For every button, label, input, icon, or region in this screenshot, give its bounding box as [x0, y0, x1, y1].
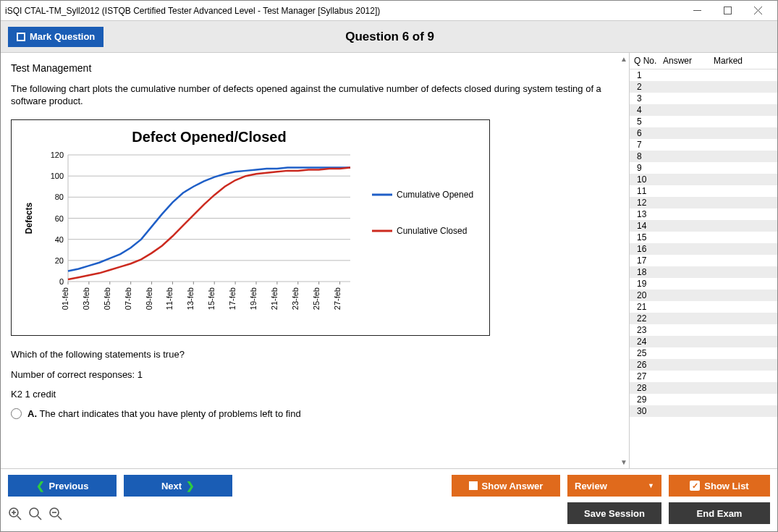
- col-marked: Marked: [714, 56, 773, 66]
- sidebar-row[interactable]: 27: [630, 371, 777, 382]
- sidebar-list[interactable]: 1234567891011121314151617181920212223242…: [630, 69, 777, 468]
- sidebar-row[interactable]: 5: [630, 116, 777, 127]
- sidebar-row[interactable]: 18: [630, 266, 777, 278]
- sidebar-row[interactable]: 29: [630, 394, 777, 405]
- show-answer-label: Show Answer: [482, 481, 544, 491]
- sidebar-row[interactable]: 21: [630, 301, 777, 313]
- sidebar-row[interactable]: 9: [630, 162, 777, 174]
- zoom-reset-icon[interactable]: [28, 507, 43, 521]
- next-button[interactable]: Next ❯: [124, 475, 232, 497]
- svg-line-58: [38, 516, 41, 520]
- sidebar-row[interactable]: 30: [630, 405, 777, 417]
- mark-question-label: Mark Question: [30, 31, 95, 42]
- minimize-button[interactable]: [682, 1, 712, 21]
- svg-text:25-feb: 25-feb: [312, 287, 321, 310]
- sidebar-row[interactable]: 8: [630, 151, 777, 162]
- sidebar-row[interactable]: 10: [630, 174, 777, 185]
- svg-text:20: 20: [55, 256, 64, 265]
- show-answer-button[interactable]: Show Answer: [452, 475, 560, 497]
- maximize-button[interactable]: [712, 1, 743, 21]
- svg-text:80: 80: [55, 193, 64, 201]
- num-correct-label: Number of correct responses: 1: [11, 368, 619, 381]
- col-qno: Q No.: [634, 56, 663, 66]
- svg-text:Defect Opened/Closed: Defect Opened/Closed: [132, 129, 286, 145]
- option-a-label: A. The chart indicates that you have ple…: [28, 408, 301, 419]
- svg-text:11-feb: 11-feb: [165, 287, 174, 310]
- zoom-out-icon[interactable]: [48, 507, 63, 521]
- review-label: Review: [575, 481, 607, 491]
- svg-text:03-feb: 03-feb: [82, 287, 90, 310]
- sidebar-row[interactable]: 26: [630, 359, 777, 371]
- sidebar-row[interactable]: 25: [630, 347, 777, 359]
- mark-question-button[interactable]: Mark Question: [8, 27, 103, 47]
- main-body: ▲ Test Management The following chart pl…: [1, 53, 777, 469]
- question-intro: The following chart plots the cumulative…: [11, 83, 619, 108]
- header: Mark Question Question 6 of 9: [1, 21, 777, 53]
- svg-text:15-feb: 15-feb: [207, 287, 216, 310]
- sidebar-row[interactable]: 24: [630, 336, 777, 347]
- svg-text:120: 120: [51, 151, 64, 159]
- sidebar-row[interactable]: 12: [630, 197, 777, 208]
- sidebar-row[interactable]: 22: [630, 313, 777, 324]
- question-content[interactable]: ▲ Test Management The following chart pl…: [1, 53, 629, 468]
- review-button[interactable]: Review ▼: [567, 475, 661, 497]
- option-a-radio[interactable]: [11, 408, 22, 419]
- svg-text:21-feb: 21-feb: [270, 287, 279, 310]
- save-session-button[interactable]: Save Session: [567, 502, 661, 524]
- end-exam-button[interactable]: End Exam: [669, 502, 770, 524]
- square-icon: [469, 481, 478, 490]
- svg-text:0: 0: [59, 277, 64, 286]
- save-session-label: Save Session: [584, 508, 645, 519]
- sidebar-row[interactable]: 4: [630, 104, 777, 116]
- show-list-label: Show List: [704, 481, 748, 491]
- sidebar-row[interactable]: 15: [630, 232, 777, 243]
- credit-label: K2 1 credit: [11, 388, 619, 401]
- sidebar-row[interactable]: 1: [630, 69, 777, 81]
- sidebar-row[interactable]: 17: [630, 255, 777, 266]
- end-exam-label: End Exam: [697, 508, 743, 519]
- scroll-down-arrow-icon[interactable]: ▼: [620, 458, 627, 466]
- sidebar-row[interactable]: 14: [630, 220, 777, 232]
- sidebar-row[interactable]: 3: [630, 93, 777, 104]
- sidebar-row[interactable]: 28: [630, 382, 777, 394]
- svg-text:60: 60: [55, 214, 64, 222]
- sidebar-row[interactable]: 16: [630, 243, 777, 255]
- question-list-sidebar: Q No. Answer Marked 12345678910111213141…: [629, 53, 777, 468]
- caret-down-icon: ▼: [648, 482, 654, 489]
- sidebar-row[interactable]: 2: [630, 81, 777, 93]
- zoom-in-icon[interactable]: [8, 507, 22, 521]
- chevron-left-icon: ❮: [36, 480, 45, 491]
- titlebar: iSQI CTAL-TM_Syll2012 (ISTQB Certified T…: [1, 1, 777, 21]
- sidebar-row[interactable]: 11: [630, 185, 777, 197]
- svg-line-54: [17, 516, 21, 520]
- app-window: iSQI CTAL-TM_Syll2012 (ISTQB Certified T…: [0, 0, 778, 532]
- svg-text:27-feb: 27-feb: [333, 287, 342, 310]
- svg-point-57: [30, 508, 38, 517]
- close-button[interactable]: [743, 1, 773, 21]
- checkbox-icon: [17, 33, 25, 41]
- question-topic: Test Management: [11, 62, 619, 75]
- previous-button[interactable]: ❮ Previous: [8, 475, 117, 497]
- svg-text:19-feb: 19-feb: [249, 287, 258, 310]
- sidebar-row[interactable]: 19: [630, 278, 777, 290]
- next-label: Next: [161, 481, 182, 491]
- sidebar-row[interactable]: 7: [630, 139, 777, 151]
- option-a[interactable]: A. The chart indicates that you have ple…: [11, 408, 619, 419]
- svg-text:05-feb: 05-feb: [103, 287, 111, 310]
- scroll-up-arrow-icon[interactable]: ▲: [620, 55, 627, 63]
- svg-rect-1: [724, 7, 731, 14]
- svg-text:40: 40: [55, 235, 64, 244]
- sidebar-row[interactable]: 13: [630, 208, 777, 220]
- question-text: Which of the following statements is tru…: [11, 348, 619, 361]
- svg-text:07-feb: 07-feb: [124, 287, 132, 310]
- svg-text:17-feb: 17-feb: [228, 287, 237, 310]
- window-title: iSQI CTAL-TM_Syll2012 (ISTQB Certified T…: [5, 6, 682, 16]
- svg-text:Cunulative Closed: Cunulative Closed: [397, 226, 467, 236]
- svg-line-60: [58, 516, 62, 520]
- show-list-button[interactable]: ✓ Show List: [669, 475, 770, 497]
- sidebar-row[interactable]: 20: [630, 290, 777, 301]
- sidebar-row[interactable]: 6: [630, 127, 777, 139]
- svg-text:Cumulative Opened: Cumulative Opened: [397, 190, 473, 200]
- svg-text:01-feb: 01-feb: [61, 287, 69, 310]
- sidebar-row[interactable]: 23: [630, 324, 777, 336]
